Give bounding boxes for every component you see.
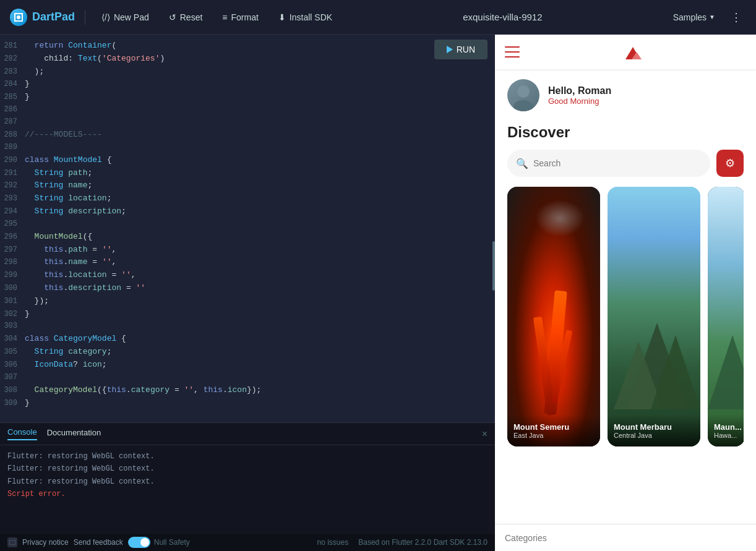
console-panel: Console Documentation × Flutter: restori… [0, 422, 495, 534]
sdk-version: Based on Flutter 2.2.0 Dart SDK 2.13.0 [358, 538, 488, 547]
issues-status: no issues [317, 538, 349, 547]
status-bar-right: no issues Based on Flutter 2.2.0 Dart SD… [317, 538, 488, 547]
code-line: 282 child: Text('Categories') [0, 53, 495, 66]
code-line: 286 [0, 104, 495, 116]
code-line: 300 this.description = '' [0, 282, 495, 295]
code-line: 296 MountModel({ [0, 231, 495, 244]
format-button[interactable]: ≡ Format [216, 10, 265, 25]
privacy-link[interactable]: Privacy notice [22, 538, 69, 547]
code-line: 299 this.location = '', [0, 269, 495, 282]
app-preview: Hello, Roman Good Morning Discover 🔍 ⚙ [495, 35, 756, 524]
status-bar-left: Privacy notice Send feedback Null Safety [7, 537, 190, 548]
code-line: 302 } [0, 308, 495, 321]
download-icon: ⬇ [278, 12, 286, 22]
install-sdk-button[interactable]: ⬇ Install SDK [272, 10, 338, 25]
documentation-tab[interactable]: Documentation [47, 428, 101, 440]
card-location: Hawa... [714, 432, 739, 439]
search-input[interactable] [533, 158, 702, 168]
svg-point-7 [517, 85, 530, 98]
filter-icon: ⚙ [725, 156, 735, 170]
main-layout: RUN 281 return Container( 282 child: Tex… [0, 35, 756, 551]
code-panel: RUN 281 return Container( 282 child: Tex… [0, 35, 495, 551]
code-line: 290 class MountModel { [0, 154, 495, 167]
card-location: East Java [513, 432, 594, 439]
app-topbar [495, 35, 756, 69]
new-pad-button[interactable]: ⟨/⟩ New Pad [95, 10, 155, 25]
mountain-logo-icon [618, 42, 648, 62]
code-line: 292 String name; [0, 179, 495, 192]
volcano-image [507, 187, 600, 446]
play-icon [447, 46, 453, 53]
mount-card[interactable]: Mount Semeru East Java [507, 187, 600, 446]
chevron-down-icon: ▼ [709, 14, 715, 20]
code-line: 309 } [0, 397, 495, 410]
status-bar: Privacy notice Send feedback Null Safety… [0, 534, 495, 551]
app-logo [520, 42, 746, 62]
hamburger-menu-icon[interactable] [505, 46, 520, 58]
dart-icon [10, 9, 27, 26]
code-line: 288 //----MODELS---- [0, 129, 495, 142]
topbar: DartPad ⟨/⟩ New Pad ↺ Reset ≡ Format ⬇ I… [0, 0, 756, 35]
search-input-wrap[interactable]: 🔍 [507, 150, 710, 177]
null-safety-toggle[interactable]: Null Safety [128, 537, 190, 548]
code-line: 298 this.name = '', [0, 256, 495, 269]
cards-row: Mount Semeru East Java [507, 187, 744, 446]
card-label: Maun... Hawa... [708, 415, 744, 446]
toggle-switch[interactable] [128, 537, 150, 548]
mount-card[interactable]: Maun... Hawa... [708, 187, 744, 446]
card-name: Maun... [714, 422, 739, 432]
discover-title: Discover [507, 124, 744, 141]
topbar-right: Samples ▼ ⋮ [667, 7, 746, 27]
categories-bar[interactable]: Categories [495, 524, 756, 551]
svg-point-0 [17, 15, 20, 19]
run-button[interactable]: RUN [434, 40, 488, 59]
card-label: Mount Merbaru Central Java [608, 415, 700, 446]
code-line: 287 [0, 116, 495, 129]
code-line: 297 this.path = '', [0, 244, 495, 257]
dartpad-logo: DartPad [10, 9, 75, 26]
code-line: 306 IconData? icon; [0, 359, 495, 372]
samples-button[interactable]: Samples ▼ [667, 10, 721, 25]
code-line: 303 [0, 320, 495, 333]
console-content: Flutter: restoring WebGL context. Flutte… [0, 445, 495, 534]
hello-text: Hello, Roman [548, 85, 611, 96]
keyboard-icon [7, 537, 17, 547]
filter-button[interactable]: ⚙ [716, 150, 744, 177]
card-location: Central Java [614, 432, 694, 439]
feedback-link[interactable]: Send feedback [74, 538, 123, 547]
console-message: Flutter: restoring WebGL context. [7, 476, 488, 488]
console-error: Script error. [7, 488, 488, 500]
console-tab[interactable]: Console [7, 427, 37, 440]
toggle-knob [140, 538, 149, 547]
code-line: 304 class CategoryModel { [0, 333, 495, 346]
reset-button[interactable]: ↺ Reset [163, 10, 209, 25]
code-line: 294 String description; [0, 205, 495, 218]
project-title: exquisite-villa-9912 [346, 12, 659, 22]
console-close-button[interactable]: × [482, 429, 488, 440]
mount-card[interactable]: Mount Merbaru Central Java [608, 187, 700, 446]
code-line: 305 String category; [0, 346, 495, 359]
code-line: 289 [0, 142, 495, 154]
card-label: Mount Semeru East Java [507, 415, 600, 446]
null-safety-label: Null Safety [154, 538, 190, 547]
card-name: Mount Semeru [513, 422, 594, 432]
code-line: 291 String path; [0, 167, 495, 180]
code-line: 307 [0, 372, 495, 384]
svg-marker-12 [708, 335, 744, 409]
greeting-text: Hello, Roman Good Morning [548, 85, 611, 106]
code-line: 308 CategoryModel({this.category = '', t… [0, 384, 495, 397]
run-bar: RUN [434, 40, 488, 59]
greeting-row: Hello, Roman Good Morning [507, 79, 744, 111]
divider-1 [85, 10, 85, 25]
format-icon: ≡ [222, 12, 227, 22]
more-options-button[interactable]: ⋮ [726, 7, 746, 27]
code-line: 293 String location; [0, 192, 495, 205]
code-line: 301 }); [0, 295, 495, 308]
search-icon: 🔍 [516, 158, 528, 169]
console-message: Flutter: restoring WebGL context. [7, 450, 488, 463]
svg-point-8 [513, 100, 533, 111]
code-line: 283 ); [0, 66, 495, 79]
search-row: 🔍 ⚙ [507, 150, 744, 177]
code-line: 284 } [0, 78, 495, 91]
code-editor[interactable]: 281 return Container( 282 child: Text('C… [0, 35, 495, 422]
